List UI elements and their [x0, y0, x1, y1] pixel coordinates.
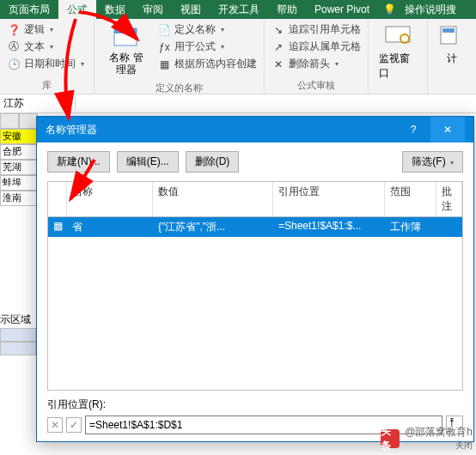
cell[interactable]: 淮南: [0, 191, 38, 206]
btn-define-name[interactable]: 📄定义名称▾: [156, 21, 259, 38]
svg-rect-1: [114, 28, 137, 33]
dialog-body: 新建(N)... 编辑(E)... 删除(D) 筛选(F) ▾ 名称 数值 引用…: [37, 143, 473, 441]
col-icon[interactable]: [48, 182, 67, 216]
caret-icon: ▾: [221, 43, 224, 51]
trace-dependents-icon: ↗: [272, 40, 285, 54]
filter-button[interactable]: 筛选(F) ▾: [402, 151, 463, 173]
delete-button[interactable]: 删除(D): [186, 151, 240, 173]
cell[interactable]: 蚌埠: [0, 175, 38, 191]
trace-precedents-icon: ↘: [272, 23, 285, 37]
label: 监视窗口: [379, 52, 417, 81]
btn-remove-arrows[interactable]: ✕删除箭头▾: [270, 56, 363, 72]
tab-review[interactable]: 审阅: [134, 0, 172, 19]
text-icon: Ⓐ: [7, 40, 21, 54]
help-button[interactable]: ?: [396, 117, 430, 143]
group-label: 库: [5, 77, 88, 92]
list-rows: ▦ 省 {"江苏省","浙... =Sheet1!$A$1:$... 工作簿: [47, 217, 463, 391]
btn-logical-label: 逻辑: [24, 22, 45, 37]
cell[interactable]: [0, 342, 36, 355]
ribbon-body: ❓逻辑▾ Ⓐ文本▾ 🕒日期和时间▾ 库 名称 管理器 📄定义名称▾ ƒx用于公式…: [0, 19, 476, 94]
name-manager-icon: [113, 25, 140, 49]
cell[interactable]: [0, 328, 36, 342]
bulb-icon: 💡: [383, 3, 396, 15]
btn-logical[interactable]: ❓逻辑▾: [5, 21, 88, 38]
btn-create-from-selection[interactable]: ▦根据所选内容创建: [156, 56, 259, 72]
btn-datetime[interactable]: 🕒日期和时间▾: [5, 56, 88, 72]
watermark-text: @部落窝教育h: [405, 425, 473, 440]
accept-chk[interactable]: ✓: [66, 417, 82, 433]
label: 删除箭头: [289, 57, 330, 71]
label: 计: [447, 52, 457, 66]
edit-button[interactable]: 编辑(E)...: [117, 151, 179, 173]
btn-name-manager[interactable]: 名称 管理器: [100, 21, 152, 80]
name-box[interactable]: 江苏: [0, 96, 76, 111]
btn-text-label: 文本: [24, 39, 45, 54]
side-label: 示区域: [0, 312, 31, 327]
btn-trace-dependents[interactable]: ↗追踪从属单元格: [270, 39, 363, 55]
name-manager-dialog: 名称管理器 ? ✕ 新建(N)... 编辑(E)... 删除(D) 筛选(F) …: [36, 116, 474, 442]
caret-icon: ▾: [221, 26, 224, 33]
tell-me[interactable]: 操作说明搜: [396, 0, 465, 19]
calc-icon: [438, 25, 466, 49]
row-value: {"江苏省","浙...: [153, 217, 273, 237]
btn-use-in-formula[interactable]: ƒx用于公式▾: [156, 39, 259, 55]
tab-developer[interactable]: 开发工具: [210, 0, 268, 19]
label: 定义名称: [174, 22, 216, 37]
watermark: 头条 @部落窝教育h 关闭: [381, 425, 473, 452]
col-name[interactable]: 名称: [67, 182, 153, 216]
caret-icon: ▾: [50, 26, 53, 33]
close-button[interactable]: ✕: [430, 117, 465, 143]
label: 追踪引用单元格: [289, 22, 361, 37]
cell-yellow[interactable]: 安徽: [0, 129, 38, 144]
create-icon: ▦: [157, 58, 171, 71]
col-ref[interactable]: 引用位置: [273, 182, 385, 216]
tab-view[interactable]: 视图: [172, 0, 210, 19]
btn-trace-precedents[interactable]: ↘追踪引用单元格: [270, 21, 363, 38]
col-header[interactable]: [19, 113, 38, 129]
tab-powerpivot[interactable]: Power Pivot: [306, 0, 378, 19]
group-defined-names: 名称 管理器 📄定义名称▾ ƒx用于公式▾ ▦根据所选内容创建 定义的名称: [95, 19, 265, 94]
watch-icon: [384, 25, 412, 49]
group-formula-auditing: ↘追踪引用单元格 ↗追踪从属单元格 ✕删除箭头▾ 公式审核: [265, 19, 369, 94]
name-row[interactable]: ▦ 省 {"江苏省","浙... =Sheet1!$A$1:$... 工作簿: [48, 217, 462, 237]
row-ref: =Sheet1!$A$1:$...: [273, 217, 385, 237]
row-name: 省: [67, 217, 153, 237]
remove-arrows-icon: ✕: [272, 58, 285, 71]
btn-text[interactable]: Ⓐ文本▾: [5, 39, 88, 55]
col-value[interactable]: 数值: [153, 182, 273, 216]
btn-datetime-label: 日期和时间: [24, 57, 76, 71]
caret-icon: ▾: [450, 159, 454, 167]
btn-watch-window[interactable]: 监视窗口: [374, 21, 422, 84]
btn-calc[interactable]: 计: [433, 21, 471, 70]
tab-formulas[interactable]: 公式: [58, 0, 96, 19]
watermark-close: 关闭: [405, 440, 473, 452]
svg-rect-5: [442, 28, 455, 33]
group-calc: 计: [428, 19, 476, 94]
label: 筛选(F): [412, 155, 445, 167]
group-label: 公式审核: [270, 77, 363, 92]
ref-label: 引用位置(R):: [47, 397, 463, 412]
caret-icon: ▾: [81, 60, 84, 68]
list-header: 名称 数值 引用位置 范围 批注: [47, 181, 463, 217]
group-label: 定义的名称: [100, 80, 259, 94]
dialog-titlebar[interactable]: 名称管理器 ? ✕: [37, 117, 473, 143]
formula-bar: 江苏: [0, 94, 476, 113]
col-scope[interactable]: 范围: [385, 182, 436, 216]
tab-help[interactable]: 帮助: [268, 0, 306, 19]
row-header[interactable]: [0, 113, 19, 129]
cell[interactable]: 合肥: [0, 144, 38, 160]
btn-name-manager-label: 名称 管理器: [105, 52, 147, 76]
dialog-toolbar: 新建(N)... 编辑(E)... 删除(D) 筛选(F) ▾: [47, 151, 463, 173]
tab-page-layout[interactable]: 页面布局: [0, 0, 58, 19]
dialog-title: 名称管理器: [46, 123, 97, 137]
cancel-chk[interactable]: ✕: [47, 417, 63, 433]
label: 根据所选内容创建: [174, 57, 257, 71]
watermark-logo: 头条: [381, 429, 400, 448]
tab-data[interactable]: 数据: [96, 0, 134, 19]
col-note[interactable]: 批注: [436, 182, 462, 216]
cell[interactable]: 芜湖: [0, 160, 38, 175]
label: 用于公式: [174, 39, 216, 54]
datetime-icon: 🕒: [7, 58, 21, 71]
define-name-icon: 📄: [157, 23, 171, 37]
new-button[interactable]: 新建(N)...: [47, 151, 110, 173]
